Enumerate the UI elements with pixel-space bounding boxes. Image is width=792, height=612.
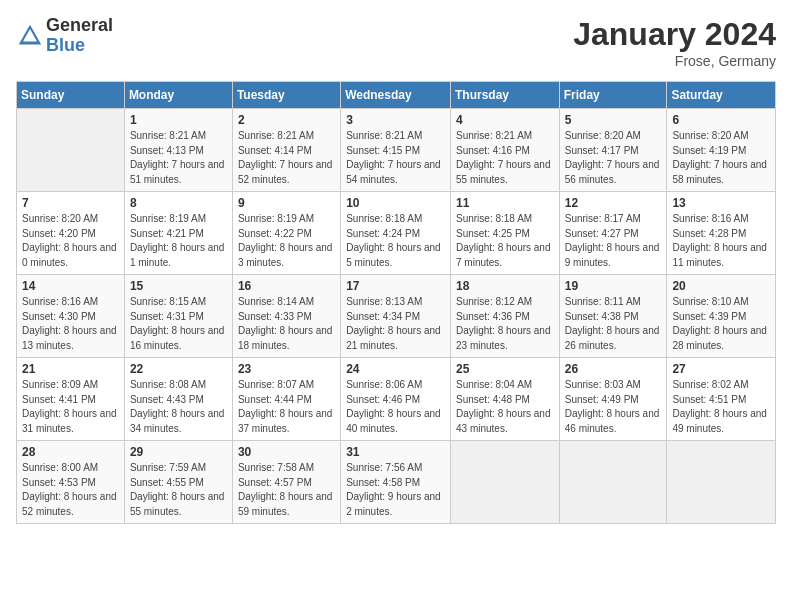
month-title: January 2024 xyxy=(573,16,776,53)
calendar-cell: 22Sunrise: 8:08 AMSunset: 4:43 PMDayligh… xyxy=(124,358,232,441)
day-number: 26 xyxy=(565,362,662,376)
calendar-cell: 11Sunrise: 8:18 AMSunset: 4:25 PMDayligh… xyxy=(450,192,559,275)
day-detail: Sunrise: 8:16 AMSunset: 4:28 PMDaylight:… xyxy=(672,212,770,270)
calendar-week-row: 28Sunrise: 8:00 AMSunset: 4:53 PMDayligh… xyxy=(17,441,776,524)
calendar-cell: 15Sunrise: 8:15 AMSunset: 4:31 PMDayligh… xyxy=(124,275,232,358)
day-number: 10 xyxy=(346,196,445,210)
calendar-cell: 7Sunrise: 8:20 AMSunset: 4:20 PMDaylight… xyxy=(17,192,125,275)
day-number: 23 xyxy=(238,362,335,376)
day-number: 13 xyxy=(672,196,770,210)
calendar-cell: 14Sunrise: 8:16 AMSunset: 4:30 PMDayligh… xyxy=(17,275,125,358)
day-number: 31 xyxy=(346,445,445,459)
day-number: 16 xyxy=(238,279,335,293)
calendar-table: SundayMondayTuesdayWednesdayThursdayFrid… xyxy=(16,81,776,524)
day-detail: Sunrise: 8:21 AMSunset: 4:15 PMDaylight:… xyxy=(346,129,445,187)
day-number: 20 xyxy=(672,279,770,293)
day-detail: Sunrise: 8:21 AMSunset: 4:13 PMDaylight:… xyxy=(130,129,227,187)
day-detail: Sunrise: 8:04 AMSunset: 4:48 PMDaylight:… xyxy=(456,378,554,436)
page-header: General Blue January 2024 Frose, Germany xyxy=(16,16,776,69)
day-number: 17 xyxy=(346,279,445,293)
calendar-cell: 30Sunrise: 7:58 AMSunset: 4:57 PMDayligh… xyxy=(232,441,340,524)
weekday-header-wednesday: Wednesday xyxy=(341,82,451,109)
calendar-cell: 13Sunrise: 8:16 AMSunset: 4:28 PMDayligh… xyxy=(667,192,776,275)
day-detail: Sunrise: 7:59 AMSunset: 4:55 PMDaylight:… xyxy=(130,461,227,519)
calendar-cell: 8Sunrise: 8:19 AMSunset: 4:21 PMDaylight… xyxy=(124,192,232,275)
day-number: 12 xyxy=(565,196,662,210)
day-detail: Sunrise: 8:14 AMSunset: 4:33 PMDaylight:… xyxy=(238,295,335,353)
calendar-cell: 19Sunrise: 8:11 AMSunset: 4:38 PMDayligh… xyxy=(559,275,667,358)
day-detail: Sunrise: 8:06 AMSunset: 4:46 PMDaylight:… xyxy=(346,378,445,436)
logo-text: General Blue xyxy=(46,16,113,56)
calendar-cell: 1Sunrise: 8:21 AMSunset: 4:13 PMDaylight… xyxy=(124,109,232,192)
day-number: 28 xyxy=(22,445,119,459)
day-detail: Sunrise: 8:16 AMSunset: 4:30 PMDaylight:… xyxy=(22,295,119,353)
calendar-cell: 28Sunrise: 8:00 AMSunset: 4:53 PMDayligh… xyxy=(17,441,125,524)
calendar-cell: 31Sunrise: 7:56 AMSunset: 4:58 PMDayligh… xyxy=(341,441,451,524)
weekday-header-sunday: Sunday xyxy=(17,82,125,109)
day-detail: Sunrise: 8:19 AMSunset: 4:21 PMDaylight:… xyxy=(130,212,227,270)
day-number: 2 xyxy=(238,113,335,127)
day-detail: Sunrise: 8:20 AMSunset: 4:17 PMDaylight:… xyxy=(565,129,662,187)
day-detail: Sunrise: 8:13 AMSunset: 4:34 PMDaylight:… xyxy=(346,295,445,353)
location: Frose, Germany xyxy=(573,53,776,69)
day-detail: Sunrise: 7:56 AMSunset: 4:58 PMDaylight:… xyxy=(346,461,445,519)
calendar-cell xyxy=(450,441,559,524)
day-detail: Sunrise: 8:10 AMSunset: 4:39 PMDaylight:… xyxy=(672,295,770,353)
weekday-header-saturday: Saturday xyxy=(667,82,776,109)
calendar-cell: 29Sunrise: 7:59 AMSunset: 4:55 PMDayligh… xyxy=(124,441,232,524)
calendar-week-row: 7Sunrise: 8:20 AMSunset: 4:20 PMDaylight… xyxy=(17,192,776,275)
day-number: 29 xyxy=(130,445,227,459)
calendar-cell: 4Sunrise: 8:21 AMSunset: 4:16 PMDaylight… xyxy=(450,109,559,192)
calendar-cell xyxy=(667,441,776,524)
calendar-cell: 25Sunrise: 8:04 AMSunset: 4:48 PMDayligh… xyxy=(450,358,559,441)
weekday-header-tuesday: Tuesday xyxy=(232,82,340,109)
day-number: 30 xyxy=(238,445,335,459)
day-detail: Sunrise: 8:21 AMSunset: 4:14 PMDaylight:… xyxy=(238,129,335,187)
weekday-header-monday: Monday xyxy=(124,82,232,109)
logo: General Blue xyxy=(16,16,113,56)
weekday-header-friday: Friday xyxy=(559,82,667,109)
day-detail: Sunrise: 8:18 AMSunset: 4:24 PMDaylight:… xyxy=(346,212,445,270)
calendar-cell: 26Sunrise: 8:03 AMSunset: 4:49 PMDayligh… xyxy=(559,358,667,441)
day-detail: Sunrise: 8:03 AMSunset: 4:49 PMDaylight:… xyxy=(565,378,662,436)
day-number: 6 xyxy=(672,113,770,127)
day-number: 8 xyxy=(130,196,227,210)
day-detail: Sunrise: 8:00 AMSunset: 4:53 PMDaylight:… xyxy=(22,461,119,519)
day-number: 22 xyxy=(130,362,227,376)
day-number: 18 xyxy=(456,279,554,293)
day-detail: Sunrise: 8:17 AMSunset: 4:27 PMDaylight:… xyxy=(565,212,662,270)
day-detail: Sunrise: 8:20 AMSunset: 4:20 PMDaylight:… xyxy=(22,212,119,270)
calendar-cell: 20Sunrise: 8:10 AMSunset: 4:39 PMDayligh… xyxy=(667,275,776,358)
calendar-week-row: 21Sunrise: 8:09 AMSunset: 4:41 PMDayligh… xyxy=(17,358,776,441)
logo-blue-text: Blue xyxy=(46,36,113,56)
day-detail: Sunrise: 8:11 AMSunset: 4:38 PMDaylight:… xyxy=(565,295,662,353)
calendar-cell: 18Sunrise: 8:12 AMSunset: 4:36 PMDayligh… xyxy=(450,275,559,358)
calendar-cell: 6Sunrise: 8:20 AMSunset: 4:19 PMDaylight… xyxy=(667,109,776,192)
weekday-header-thursday: Thursday xyxy=(450,82,559,109)
calendar-cell: 3Sunrise: 8:21 AMSunset: 4:15 PMDaylight… xyxy=(341,109,451,192)
calendar-cell: 9Sunrise: 8:19 AMSunset: 4:22 PMDaylight… xyxy=(232,192,340,275)
day-number: 25 xyxy=(456,362,554,376)
calendar-week-row: 1Sunrise: 8:21 AMSunset: 4:13 PMDaylight… xyxy=(17,109,776,192)
title-block: January 2024 Frose, Germany xyxy=(573,16,776,69)
day-number: 24 xyxy=(346,362,445,376)
calendar-cell: 2Sunrise: 8:21 AMSunset: 4:14 PMDaylight… xyxy=(232,109,340,192)
day-number: 9 xyxy=(238,196,335,210)
day-detail: Sunrise: 8:15 AMSunset: 4:31 PMDaylight:… xyxy=(130,295,227,353)
calendar-cell: 5Sunrise: 8:20 AMSunset: 4:17 PMDaylight… xyxy=(559,109,667,192)
calendar-cell: 17Sunrise: 8:13 AMSunset: 4:34 PMDayligh… xyxy=(341,275,451,358)
logo-general-text: General xyxy=(46,16,113,36)
calendar-cell xyxy=(559,441,667,524)
day-detail: Sunrise: 8:12 AMSunset: 4:36 PMDaylight:… xyxy=(456,295,554,353)
calendar-cell: 16Sunrise: 8:14 AMSunset: 4:33 PMDayligh… xyxy=(232,275,340,358)
day-detail: Sunrise: 8:02 AMSunset: 4:51 PMDaylight:… xyxy=(672,378,770,436)
day-detail: Sunrise: 8:07 AMSunset: 4:44 PMDaylight:… xyxy=(238,378,335,436)
day-detail: Sunrise: 8:18 AMSunset: 4:25 PMDaylight:… xyxy=(456,212,554,270)
day-number: 14 xyxy=(22,279,119,293)
calendar-cell: 27Sunrise: 8:02 AMSunset: 4:51 PMDayligh… xyxy=(667,358,776,441)
calendar-cell: 21Sunrise: 8:09 AMSunset: 4:41 PMDayligh… xyxy=(17,358,125,441)
logo-icon xyxy=(16,22,44,50)
day-number: 3 xyxy=(346,113,445,127)
calendar-cell: 24Sunrise: 8:06 AMSunset: 4:46 PMDayligh… xyxy=(341,358,451,441)
day-detail: Sunrise: 8:09 AMSunset: 4:41 PMDaylight:… xyxy=(22,378,119,436)
